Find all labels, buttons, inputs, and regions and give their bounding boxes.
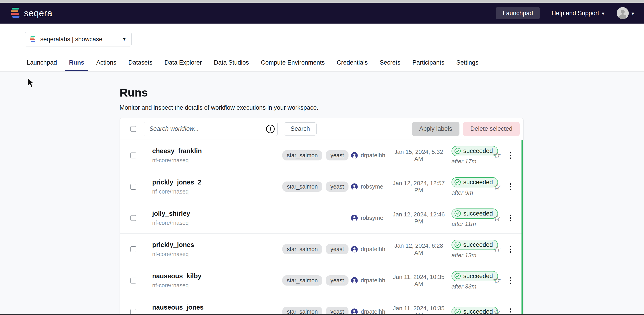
tab-data-explorer[interactable]: Data Explorer — [160, 55, 206, 71]
workspace-tabs: LaunchpadRunsActionsDatasetsData Explore… — [23, 55, 482, 71]
kebab-menu-icon[interactable] — [508, 244, 512, 254]
label-chip: yeast — [326, 275, 348, 285]
status-label: succeeded — [463, 179, 493, 186]
top-navbar: seqera Launchpad Help and Support ▾ ▾ — [0, 3, 644, 24]
check-circle-icon — [454, 179, 461, 186]
label-chip: yeast — [326, 306, 348, 315]
run-pipeline: nf-core/rnaseq — [152, 220, 282, 226]
search-button[interactable]: Search — [284, 122, 316, 136]
page-title: Runs — [120, 86, 318, 99]
search-info-button[interactable]: i — [263, 122, 278, 136]
star-icon[interactable]: ☆ — [493, 151, 501, 160]
kebab-menu-icon[interactable] — [508, 151, 512, 160]
run-name-link[interactable]: prickly_jones_2 — [152, 179, 282, 186]
label-chip: star_salmon — [282, 275, 322, 285]
tab-launchpad[interactable]: Launchpad — [23, 55, 61, 71]
table-row: nauseous_jones nf-core/rnaseq star_salmo… — [120, 296, 523, 315]
user-menu[interactable]: ▾ — [616, 7, 634, 20]
help-and-support-menu[interactable]: Help and Support ▾ — [552, 10, 604, 17]
help-and-support-label: Help and Support — [552, 10, 599, 17]
row-checkbox[interactable] — [130, 309, 136, 315]
workspace-selector[interactable]: seqeralabs | showcase ▾ — [25, 32, 132, 47]
seqera-brand[interactable]: seqera — [10, 7, 52, 19]
run-duration: after 17m — [452, 158, 476, 165]
tab-datasets[interactable]: Datasets — [124, 55, 157, 71]
tab-actions[interactable]: Actions — [92, 55, 120, 71]
run-name-link[interactable]: jolly_shirley — [152, 210, 282, 217]
run-date: Jan 12, 2024, 12:46 PM — [393, 211, 445, 225]
run-date: Jan 12, 2024, 6:28 AM — [393, 242, 445, 256]
runs-table-card: i Search Apply labels Delete selected ch… — [120, 118, 524, 315]
chevron-down-icon[interactable]: ▾ — [117, 36, 131, 42]
table-row: prickly_jones nf-core/rnaseq star_salmon… — [120, 234, 523, 265]
check-circle-icon — [454, 273, 461, 279]
run-duration: after 11m — [452, 220, 476, 227]
tab-secrets[interactable]: Secrets — [376, 55, 405, 71]
workspace-header: seqeralabs | showcase ▾ LaunchpadRunsAct… — [0, 24, 644, 72]
user-avatar-icon — [351, 152, 358, 159]
tab-compute-environments[interactable]: Compute Environments — [257, 55, 329, 71]
table-row: nauseous_kilby nf-core/rnaseq star_salmo… — [120, 265, 523, 296]
row-checkbox[interactable] — [130, 153, 136, 158]
user-avatar-icon — [351, 214, 358, 222]
tab-runs[interactable]: Runs — [65, 55, 88, 71]
run-name-link[interactable]: prickly_jones — [152, 241, 282, 249]
star-icon[interactable]: ☆ — [493, 244, 501, 254]
avatar — [616, 7, 629, 20]
table-row: cheesy_franklin nf-core/rnaseq star_salm… — [120, 140, 523, 171]
run-duration: after 33m — [452, 283, 476, 290]
row-checkbox[interactable] — [130, 215, 136, 221]
scroll-indicator-bar[interactable] — [522, 140, 523, 315]
run-duration: after 9m — [452, 189, 473, 196]
label-chip: star_salmon — [282, 182, 322, 192]
run-user: drpatelhh — [361, 152, 385, 159]
run-user: robsyme — [361, 214, 383, 221]
star-icon[interactable]: ☆ — [493, 276, 501, 285]
seqera-logo-icon — [10, 7, 20, 19]
user-avatar-icon — [351, 183, 358, 190]
delete-selected-button[interactable]: Delete selected — [463, 122, 520, 136]
label-chip: yeast — [326, 150, 348, 160]
label-chip: star_salmon — [282, 306, 322, 315]
tab-credentials[interactable]: Credentials — [333, 55, 372, 71]
run-pipeline: nf-core/rnaseq — [152, 188, 282, 195]
kebab-menu-icon[interactable] — [508, 213, 512, 223]
kebab-menu-icon[interactable] — [508, 276, 512, 285]
select-all-checkbox[interactable] — [130, 126, 136, 132]
run-name-link[interactable]: cheesy_franklin — [152, 147, 282, 155]
chevron-down-icon: ▾ — [602, 11, 604, 16]
tab-data-studios[interactable]: Data Studios — [210, 55, 253, 71]
run-user: robsyme — [361, 183, 383, 190]
star-icon[interactable]: ☆ — [493, 307, 501, 315]
tab-participants[interactable]: Participants — [408, 55, 448, 71]
run-labels: star_salmonyeast — [282, 150, 351, 160]
tab-settings[interactable]: Settings — [452, 55, 482, 71]
info-icon: i — [266, 125, 275, 133]
main-content: Runs Monitor and inspect the details of … — [0, 72, 644, 315]
chevron-down-icon: ▾ — [632, 11, 634, 16]
run-date: Jan 12, 2024, 12:57 PM — [393, 180, 445, 194]
run-pipeline: nf-core/rnaseq — [152, 157, 282, 164]
run-labels: star_salmonyeast — [282, 275, 351, 285]
nav-launchpad-button[interactable]: Launchpad — [496, 7, 540, 19]
label-chip: yeast — [326, 182, 348, 192]
row-checkbox[interactable] — [130, 246, 136, 252]
window-top-strip — [0, 0, 644, 3]
search-input[interactable] — [144, 122, 263, 136]
kebab-menu-icon[interactable] — [508, 182, 512, 191]
run-user: drpatelhh — [361, 246, 385, 253]
kebab-menu-icon[interactable] — [508, 307, 512, 315]
apply-labels-button[interactable]: Apply labels — [412, 122, 460, 136]
status-label: succeeded — [463, 273, 493, 280]
run-name-link[interactable]: nauseous_kilby — [152, 272, 282, 280]
row-checkbox[interactable] — [130, 278, 136, 283]
star-icon[interactable]: ☆ — [493, 182, 501, 191]
run-user: drpatelhh — [361, 277, 385, 284]
run-name-link[interactable]: nauseous_jones — [152, 304, 282, 311]
run-date: Jan 11, 2024, 10:35 AM — [393, 305, 445, 315]
star-icon[interactable]: ☆ — [493, 213, 501, 223]
row-checkbox[interactable] — [130, 184, 136, 190]
runs-toolbar: i Search Apply labels Delete selected — [120, 118, 523, 140]
run-labels: star_salmonyeast — [282, 306, 351, 315]
check-circle-icon — [454, 241, 461, 248]
